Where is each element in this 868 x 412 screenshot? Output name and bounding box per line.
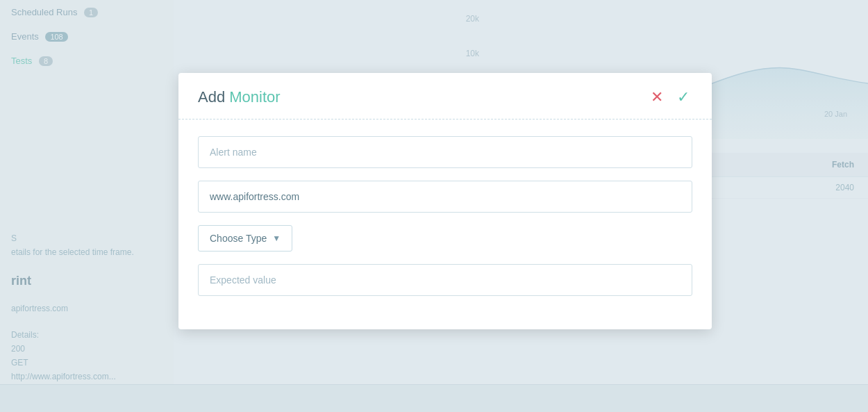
url-field [198, 181, 692, 213]
modal-actions: ✕ ✓ [648, 90, 692, 105]
choose-type-field: Choose Type ▼ [198, 225, 692, 252]
close-button[interactable]: ✕ [648, 90, 666, 105]
modal-title: Add Monitor [198, 88, 281, 106]
expected-value-field [198, 264, 692, 296]
url-input[interactable] [198, 181, 692, 213]
expected-value-input[interactable] [198, 264, 692, 296]
confirm-button[interactable]: ✓ [674, 90, 692, 105]
choose-type-button[interactable]: Choose Type ▼ [198, 225, 292, 252]
modal-header: Add Monitor ✕ ✓ [178, 73, 712, 119]
alert-name-field [198, 136, 692, 168]
alert-name-input[interactable] [198, 136, 692, 168]
modal-body: Choose Type ▼ [178, 136, 712, 296]
chevron-down-icon: ▼ [272, 233, 281, 243]
add-monitor-modal: Add Monitor ✕ ✓ Choose Type ▼ [178, 73, 712, 329]
modal-divider [178, 119, 712, 120]
